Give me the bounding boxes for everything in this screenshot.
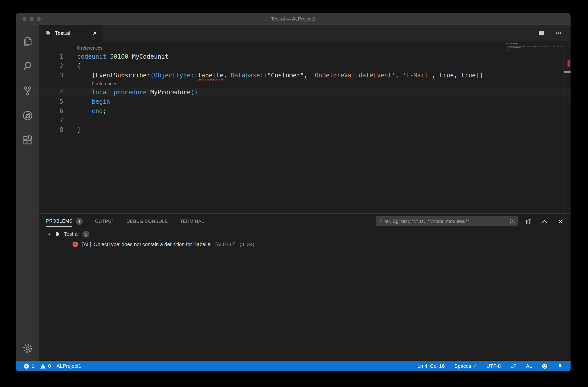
tab-test-al[interactable]: Test.al [39,25,102,41]
line-number: 1 [39,52,63,61]
code-line-6[interactable]: 6 end; [39,106,571,116]
status-item-text: 1 [32,363,34,369]
problems-file-group[interactable]: Test.al 1 [39,229,571,239]
minimize-window-button[interactable] [30,17,34,21]
status-lf[interactable]: LF [510,363,516,369]
main-area: Test.al 0 refer [16,25,571,361]
codelens-references[interactable]: 0 references [39,80,571,88]
problem-item[interactable]: [AL] 'ObjectType' does not contain a def… [39,239,571,250]
line-number: 6 [39,106,63,116]
line-number: 8 [39,125,63,135]
close-window-button[interactable] [23,17,27,21]
code-line-4[interactable]: 4 local procedure MyProcedure() [39,88,571,97]
extensions-icon [22,135,33,146]
panel-tab-debug-console[interactable]: DEBUG CONSOLE [127,216,168,227]
window-title: Test.al — ALProject1 [16,16,571,22]
status-feedback-smiley[interactable] [542,363,548,369]
twistie-expanded-icon[interactable] [47,232,51,236]
minimap[interactable]: codeunit 50100 MyCodeunit{ [EventSubscri… [505,43,564,54]
overview-ruler-bar [564,71,571,73]
status-item-text: Spaces: 4 [454,363,477,369]
editor-column: Test.al 0 refer [39,25,571,361]
panel-actions [525,218,564,225]
code-line-7[interactable]: 7 [39,116,571,125]
activity-search[interactable] [16,54,39,78]
panel-tab-badge: 1 [76,218,83,225]
code-line-1[interactable]: 1codeunit 50100 MyCodeunit [39,52,571,61]
gear-icon [22,343,33,354]
status-spaces-4[interactable]: Spaces: 4 [454,363,477,369]
status-error[interactable]: 1 [24,363,34,369]
code-line-8[interactable]: 8} [39,125,571,135]
panel-tab-terminal[interactable]: TERMINAL [180,216,204,227]
activity-bar [16,25,39,361]
status-al[interactable]: AL [526,363,532,369]
line-content: codeunit 50100 MyCodeunit [77,52,169,61]
status-ln-4-col-16[interactable]: Ln 4, Col 16 [417,363,445,369]
bottom-panel: PROBLEMS1OUTPUTDEBUG CONSOLETERMINAL [39,213,571,361]
line-content: local procedure MyProcedure() [77,88,198,97]
panel-header: PROBLEMS1OUTPUTDEBUG CONSOLETERMINAL [39,214,571,229]
status-bell[interactable] [557,363,563,369]
files-icon [22,36,33,47]
panel-tab-label: DEBUG CONSOLE [127,216,168,227]
code-editor[interactable]: 0 references1codeunit 50100 MyCodeunit2{… [39,41,571,213]
panel-tab-output[interactable]: OUTPUT [95,216,114,227]
line-content: begin [77,97,110,106]
minimap-line: } [505,52,549,54]
filter-icon[interactable] [509,218,516,226]
status-bar: 10ALProject1 Ln 4, Col 16Spaces: 4UTF-8L… [16,361,571,371]
feedback-smiley-icon [542,363,548,369]
close-tab-icon[interactable] [92,31,97,36]
code-line-3[interactable]: 3 [EventSubscriber(ObjectType::Tabelle, … [39,71,571,80]
code-line-2[interactable]: 2{ [39,61,571,71]
zoom-window-button[interactable] [37,17,41,21]
indent-guide [77,71,77,125]
activity-files[interactable] [16,29,39,54]
status-item-text: 0 [48,363,51,369]
panel-tabs: PROBLEMS1OUTPUTDEBUG CONSOLETERMINAL [46,216,204,227]
tab-label: Test.al [55,30,89,36]
split-editor-icon[interactable] [538,30,545,37]
overview-error-marker[interactable] [568,60,570,67]
status-item-text: Ln 4, Col 16 [417,363,445,369]
activity-debug-disabled[interactable] [16,103,39,128]
chevron-up-icon[interactable] [541,218,548,225]
status-item-text: LF [510,363,516,369]
status-item-text: AL [526,363,532,369]
status-warning[interactable]: 0 [40,363,51,369]
file-list-icon [55,231,60,237]
line-number: 4 [39,88,63,97]
filter-input[interactable] [376,216,518,226]
panel-views-icon[interactable] [525,218,532,225]
minimap-divider [563,41,564,213]
panel-tab-problems[interactable]: PROBLEMS1 [46,216,83,227]
error-icon [72,241,78,247]
search-icon [22,61,33,71]
code-line-5[interactable]: 5 begin [39,97,571,106]
file-list-icon [45,30,51,36]
panel-tab-label: OUTPUT [95,216,114,227]
problems-list: Test.al 1 [AL] 'ObjectType' does not con… [39,229,571,361]
problem-position: (3, 34) [240,242,254,247]
activity-extensions[interactable] [16,128,39,153]
activity-source-control[interactable] [16,78,39,103]
more-actions-icon[interactable] [555,30,562,37]
titlebar[interactable]: Test.al — ALProject1 [16,13,571,25]
bell-icon [557,363,563,369]
error-icon [24,363,29,369]
problem-message: [AL] 'ObjectType' does not contain a def… [82,242,211,247]
traffic-lights [23,17,41,21]
status-utf-8[interactable]: UTF-8 [487,363,501,369]
line-number: 5 [39,97,63,106]
screen: Test.al — ALProject1 Test.al [0,0,588,387]
manage-gear[interactable] [16,336,39,361]
close-icon[interactable] [557,218,564,225]
problems-filter [376,216,518,226]
status-item-text: UTF-8 [487,363,501,369]
line-content: { [77,61,81,71]
codelens-references[interactable]: 0 references [39,45,571,52]
line-number: 2 [39,61,63,71]
status-alproject1[interactable]: ALProject1 [56,363,81,369]
line-content: end; [77,106,107,116]
